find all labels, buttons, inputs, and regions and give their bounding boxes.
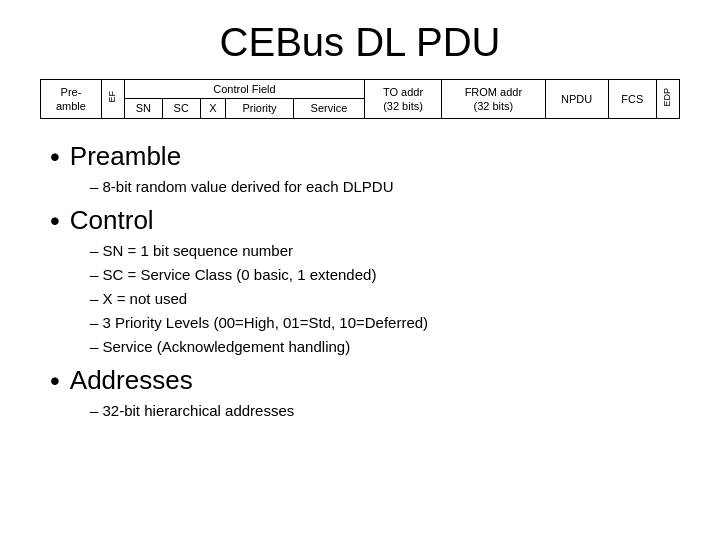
- bullet-preamble-subs: 8-bit random value derived for each DLPD…: [50, 175, 680, 199]
- pdu-ef: EF: [101, 80, 124, 119]
- sub-item-control-1: SN = 1 bit sequence number: [90, 239, 680, 263]
- pdu-control-field-label: Control Field: [124, 80, 364, 99]
- bullet-addresses-heading: Addresses: [50, 365, 680, 397]
- pdu-npdu: NPDU: [545, 80, 608, 119]
- sub-item-control-3: X = not used: [90, 287, 680, 311]
- edp-label: EDP: [661, 86, 675, 109]
- sub-item-preamble-1: 8-bit random value derived for each DLPD…: [90, 175, 680, 199]
- bullet-control-subs: SN = 1 bit sequence number SC = Service …: [50, 239, 680, 359]
- bullet-preamble-heading: Preamble: [50, 141, 680, 173]
- pdu-from-addr: FROM addr(32 bits): [441, 80, 545, 119]
- content-area: Preamble 8-bit random value derived for …: [40, 135, 680, 520]
- page-title: CEBus DL PDU: [40, 20, 680, 65]
- sub-item-addresses-1: 32-bit hierarchical addresses: [90, 399, 680, 423]
- pdu-service: Service: [293, 99, 364, 118]
- bullet-control-heading: Control: [50, 205, 680, 237]
- pdu-x: X: [200, 99, 226, 118]
- pdu-to-addr: TO addr(32 bits): [365, 80, 442, 119]
- pdu-sn: SN: [124, 99, 162, 118]
- pdu-preamble: Pre-amble: [41, 80, 102, 119]
- ef-label: EF: [106, 89, 120, 105]
- bullet-addresses-subs: 32-bit hierarchical addresses: [50, 399, 680, 423]
- sub-item-control-5: Service (Acknowledgement handling): [90, 335, 680, 359]
- pdu-priority: Priority: [226, 99, 294, 118]
- sub-item-control-2: SC = Service Class (0 basic, 1 extended): [90, 263, 680, 287]
- pdu-diagram: Pre-amble EF Control Field TO addr(32 bi…: [40, 79, 680, 119]
- pdu-edp: EDP: [656, 80, 679, 119]
- sub-item-control-4: 3 Priority Levels (00=High, 01=Std, 10=D…: [90, 311, 680, 335]
- page: CEBus DL PDU Pre-amble EF Control Field …: [0, 0, 720, 540]
- pdu-sc: SC: [162, 99, 200, 118]
- pdu-fcs: FCS: [608, 80, 656, 119]
- pdu-header-row: Pre-amble EF Control Field TO addr(32 bi…: [41, 80, 680, 99]
